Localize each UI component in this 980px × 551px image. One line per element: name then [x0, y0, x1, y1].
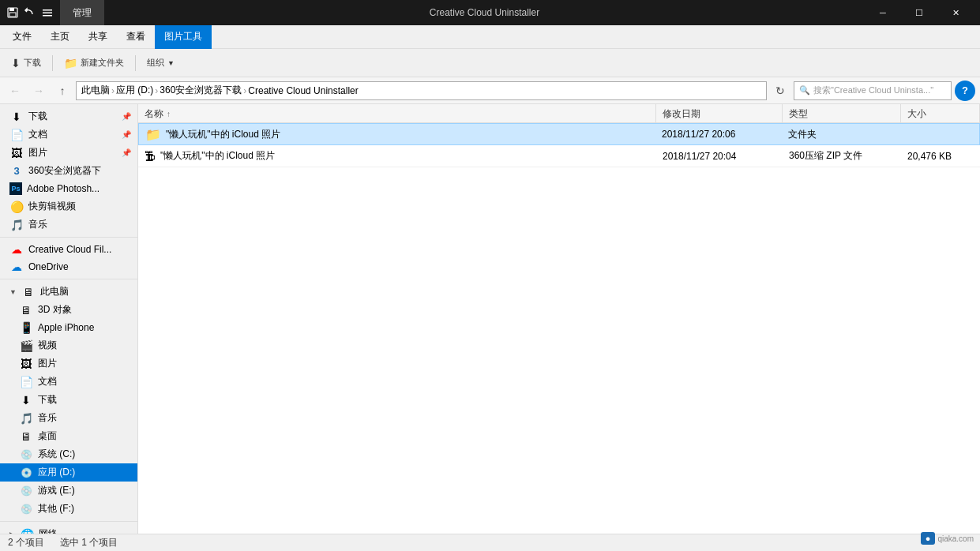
sidebar-item-download-label: 下载	[28, 110, 47, 123]
pics-icon: 🖼	[19, 358, 33, 370]
network-icon: 🌐	[20, 528, 34, 534]
help-button[interactable]: ?	[955, 81, 975, 101]
breadcrumb-this-pc[interactable]: 此电脑	[81, 84, 110, 97]
file-name-cell-0: 📁 "懒人玩机"中的 iCloud 照片	[139, 127, 655, 142]
sidebar-item-music[interactable]: 🎵 音乐	[0, 216, 137, 234]
toolbar: ⬇ 下载 📁 新建文件夹 组织 ▼	[0, 49, 980, 77]
sidebar-item-this-pc-label: 此电脑	[40, 285, 69, 298]
sidebar-item-desktop[interactable]: 🖥 桌面	[0, 427, 137, 445]
sidebar-item-video-editor[interactable]: 🟡 快剪辑视频	[0, 197, 137, 216]
tool-download-btn[interactable]: ⬇ 下载	[5, 52, 47, 74]
title-bar: 管理 Creative Cloud Uninstaller ─ ☐ ✕	[0, 0, 980, 25]
menu-file[interactable]: 文件	[3, 25, 41, 49]
sidebar-item-video-label: 视频	[38, 339, 57, 352]
sidebar-item-3d[interactable]: 🖥 3D 对象	[0, 301, 137, 319]
file-row-1[interactable]: 🗜 "懒人玩机"中的 iCloud 照片 2018/11/27 20:04 36…	[138, 145, 980, 167]
music-icon: 🎵	[9, 219, 24, 231]
sidebar-item-c-drive[interactable]: 💿 系统 (C:)	[0, 445, 137, 463]
sidebar-item-creative-cloud-label: Creative Cloud Fil...	[28, 244, 111, 255]
sidebar-item-music-label: 音乐	[28, 218, 47, 231]
header-type-label: 类型	[789, 107, 808, 121]
breadcrumb-360[interactable]: 360安全浏览器下载	[160, 84, 242, 97]
svg-rect-1	[9, 8, 14, 11]
menu-home[interactable]: 主页	[41, 25, 79, 49]
sidebar-item-desktop-label: 桌面	[38, 429, 57, 443]
address-path[interactable]: 此电脑 › 应用 (D:) › 360安全浏览器下载 › Creative Cl…	[76, 81, 767, 100]
main-area: ⬇ 下载 📌 📄 文档 📌 🖼 图片 📌 3 360安全浏览器下 Ps Adob…	[0, 104, 980, 534]
sidebar-item-onedrive-label: OneDrive	[28, 261, 69, 272]
svg-rect-5	[43, 15, 52, 17]
file-row-0[interactable]: 📁 "懒人玩机"中的 iCloud 照片 2018/11/27 20:06 文件…	[138, 123, 980, 145]
download-icon: ⬇	[9, 111, 24, 123]
sidebar-item-iphone-label: Apple iPhone	[38, 322, 94, 333]
header-size[interactable]: 大小	[901, 104, 980, 123]
breadcrumb-current[interactable]: Creative Cloud Uninstaller	[248, 85, 358, 96]
sidebar-item-download[interactable]: ⬇ 下载 📌	[0, 107, 137, 126]
sidebar-item-pics[interactable]: 🖼 图片	[0, 354, 137, 373]
tool-organize-label: 组织	[147, 57, 164, 69]
menu-share[interactable]: 共享	[79, 25, 117, 49]
sidebar-item-iphone[interactable]: 📱 Apple iPhone	[0, 319, 137, 336]
title-bar-icons	[6, 6, 54, 19]
sidebar-item-pics-label: 图片	[38, 357, 57, 370]
file-size-1: 20,476 KB	[901, 151, 980, 162]
f-drive-icon: 💿	[19, 504, 33, 515]
sidebar-item-documents[interactable]: 📄 文档	[0, 373, 137, 391]
sidebar-item-docs[interactable]: 📄 文档 📌	[0, 126, 137, 144]
sidebar-item-f-drive[interactable]: 💿 其他 (F:)	[0, 500, 137, 518]
menu-view[interactable]: 查看	[117, 25, 155, 49]
sidebar-item-network[interactable]: ▶ 🌐 网络	[0, 525, 137, 534]
sidebar-item-d-drive[interactable]: 💿 应用 (D:)	[0, 463, 137, 482]
this-pc-icon: 🖥	[21, 286, 36, 298]
properties-icon	[41, 6, 54, 19]
back-button[interactable]: ←	[5, 81, 25, 101]
sidebar-item-music2-label: 音乐	[38, 411, 57, 425]
search-box[interactable]: 🔍 搜索"Creative Cloud Uninsta..."	[794, 81, 952, 100]
sidebar-item-e-drive[interactable]: 💿 游戏 (E:)	[0, 482, 137, 500]
pin-icon-2: 📌	[122, 130, 131, 139]
header-modified[interactable]: 修改日期	[656, 104, 783, 123]
minimize-button[interactable]: ─	[865, 0, 901, 25]
expand-arrow-network: ▶	[9, 530, 15, 534]
chevron-down-icon: ▼	[167, 59, 175, 67]
tool-organize-btn[interactable]: 组织 ▼	[141, 52, 181, 74]
sidebar-item-creative-cloud[interactable]: ☁ Creative Cloud Fil...	[0, 241, 137, 258]
content-area: 名称 ↑ 修改日期 类型 大小 📁 "懒人玩机"中的 iCloud 照片 201…	[138, 104, 980, 534]
e-drive-icon: 💿	[19, 485, 33, 497]
sidebar-item-photoshop[interactable]: Ps Adobe Photosh...	[0, 180, 137, 197]
maximize-button[interactable]: ☐	[901, 0, 937, 25]
svg-rect-2	[9, 13, 16, 17]
downloads-icon: ⬇	[19, 394, 33, 407]
up-button[interactable]: ↑	[52, 81, 73, 101]
tool-new-folder-btn[interactable]: 📁 新建文件夹	[58, 52, 130, 74]
desktop-icon: 🖥	[19, 430, 33, 443]
save-icon	[6, 6, 19, 19]
sidebar-item-onedrive[interactable]: ☁ OneDrive	[0, 258, 137, 276]
sidebar-item-this-pc[interactable]: ▼ 🖥 此电脑	[0, 283, 137, 301]
sidebar-item-video[interactable]: 🎬 视频	[0, 336, 137, 354]
file-type-0: 文件夹	[782, 128, 900, 141]
breadcrumb-d-drive[interactable]: 应用 (D:)	[116, 84, 153, 97]
svg-rect-3	[43, 9, 52, 11]
pin-icon-3: 📌	[122, 148, 131, 157]
forward-button[interactable]: →	[28, 81, 49, 101]
path-sep-3: ›	[243, 85, 246, 96]
header-type[interactable]: 类型	[783, 104, 901, 123]
watermark-site: qiaka.com	[937, 534, 974, 543]
zip-icon-1: 🗜	[145, 150, 156, 163]
menu-picture-tools[interactable]: 图片工具	[155, 25, 212, 49]
title-bar-tab[interactable]: 管理	[60, 0, 104, 25]
sidebar-item-documents-label: 文档	[38, 375, 57, 388]
title-bar-title: Creative Cloud Uninstaller	[104, 7, 865, 18]
360-icon: 3	[9, 165, 24, 177]
item-count: 2 个项目	[8, 536, 44, 549]
sidebar-item-music2[interactable]: 🎵 音乐	[0, 409, 137, 427]
close-button[interactable]: ✕	[937, 0, 974, 25]
refresh-button[interactable]: ↻	[770, 81, 790, 101]
sidebar-item-pictures[interactable]: 🖼 图片 📌	[0, 144, 137, 162]
file-type-1: 360压缩 ZIP 文件	[783, 149, 901, 163]
sidebar-item-f-drive-label: 其他 (F:)	[38, 502, 74, 515]
sidebar-item-360[interactable]: 3 360安全浏览器下	[0, 162, 137, 180]
header-name[interactable]: 名称 ↑	[138, 104, 656, 123]
sidebar-item-downloads[interactable]: ⬇ 下载	[0, 391, 137, 409]
